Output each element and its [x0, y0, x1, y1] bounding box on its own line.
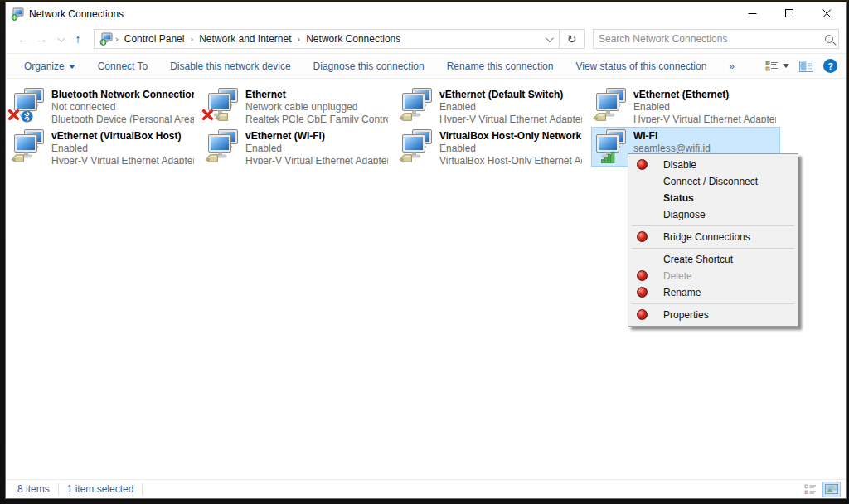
connection-name: Bluetooth Network Connection: [51, 89, 194, 101]
dual-monitor-icon: [401, 88, 433, 119]
chevron-down-icon: [783, 64, 789, 68]
connection-name: Wi-Fi: [633, 130, 711, 143]
preview-pane-button[interactable]: [799, 61, 813, 72]
large-icons-view-button[interactable]: [822, 482, 841, 497]
view-status-button[interactable]: View status of this connection: [575, 61, 706, 72]
menu-item-status[interactable]: Status: [629, 190, 797, 206]
connection-status: Enabled: [51, 143, 194, 155]
help-icon[interactable]: ?: [823, 59, 837, 73]
menu-item-rename[interactable]: Rename: [629, 284, 797, 301]
connect-to-button[interactable]: Connect To: [98, 61, 148, 72]
breadcrumb-root-icon: [99, 32, 113, 46]
connection-device: Realtek PCIe GbE Family Controller: [245, 114, 388, 123]
close-button[interactable]: [808, 2, 846, 25]
connection-tile-vethernet-virtualbox-host[interactable]: vEthernet (VirtualBox Host) Enabled Hype…: [9, 127, 198, 167]
dual-monitor-icon: [207, 129, 239, 161]
red-x-icon: [201, 109, 214, 121]
connection-status: Enabled: [245, 143, 388, 155]
menu-item-diagnose[interactable]: Diagnose: [629, 206, 797, 223]
connection-name: Ethernet: [245, 89, 388, 101]
up-arrow-icon[interactable]: ↑: [69, 30, 87, 48]
status-divider: [58, 483, 59, 495]
connection-status: Network cable unplugged: [245, 101, 388, 114]
connection-tile-vethernet-wifi[interactable]: vEthernet (Wi-Fi) Enabled Hyper-V Virtua…: [203, 127, 392, 167]
rename-connection-button[interactable]: Rename this connection: [447, 61, 554, 72]
menu-item-connect-disconnect[interactable]: Connect / Disconnect: [629, 173, 797, 190]
command-toolbar: Organize Connect To Disable this network…: [6, 54, 846, 79]
navigation-bar: ← → ↑ › Control Panel › Network and Inte…: [6, 25, 846, 54]
refresh-icon[interactable]: ↻: [559, 30, 584, 48]
change-view-button[interactable]: [765, 61, 789, 72]
ethernet-plug-icon: [399, 153, 413, 163]
chevron-down-icon: [69, 65, 75, 69]
connection-name: vEthernet (Wi-Fi): [245, 130, 388, 143]
admin-shield-icon: [637, 270, 648, 282]
ethernet-plug-icon: [593, 111, 607, 122]
ethernet-plug-icon: [11, 153, 25, 163]
menu-item-bridge-connections[interactable]: Bridge Connections: [629, 229, 797, 245]
connection-status: Not connected: [51, 101, 194, 114]
menu-item-create-shortcut[interactable]: Create Shortcut: [629, 251, 797, 268]
connection-name: vEthernet (VirtualBox Host): [51, 130, 194, 143]
network-connections-window: Network Connections ← → ↑ › Control Pane…: [5, 2, 847, 499]
bluetooth-icon: [21, 110, 33, 123]
dual-monitor-icon: [207, 88, 239, 119]
admin-shield-icon: [637, 287, 648, 298]
context-menu: Disable Connect / Disconnect Status Diag…: [628, 153, 798, 327]
selection-count: 1 item selected: [67, 483, 134, 495]
dual-monitor-icon: [595, 129, 627, 161]
details-view-button[interactable]: [801, 482, 819, 497]
ethernet-plug-icon: [215, 111, 229, 122]
connection-device: VirtualBox Host-Only Ethernet Ad...: [439, 155, 582, 164]
connection-tile-virtualbox-host-only[interactable]: VirtualBox Host-Only Network Enabled Vir…: [397, 127, 586, 167]
search-input[interactable]: [599, 33, 825, 45]
ethernet-plug-icon: [205, 153, 219, 163]
connection-tile-vethernet-ethernet[interactable]: vEthernet (Ethernet) Enabled Hyper-V Vir…: [591, 85, 780, 125]
menu-separator: [632, 225, 794, 226]
connection-device: Hyper-V Virtual Ethernet Adapter ...: [633, 114, 776, 123]
window-controls: [734, 2, 846, 25]
connection-device: Hyper-V Virtual Ethernet Adapter: [439, 114, 582, 123]
organize-button[interactable]: Organize: [24, 61, 75, 72]
connection-tile-vethernet-default-switch[interactable]: vEthernet (Default Switch) Enabled Hyper…: [397, 85, 586, 125]
forward-arrow-icon[interactable]: →: [32, 30, 51, 48]
connection-status: Enabled: [633, 101, 776, 114]
title-bar: Network Connections: [6, 2, 846, 25]
window-title: Network Connections: [29, 8, 124, 20]
address-dropdown-chevron-icon[interactable]: [537, 33, 559, 45]
maximize-button[interactable]: [771, 2, 808, 25]
more-commands-chevron[interactable]: »: [729, 61, 735, 72]
thumbnail-view-icon: [825, 484, 838, 494]
menu-item-properties[interactable]: Properties: [629, 307, 797, 323]
search-box[interactable]: [593, 29, 839, 49]
minimize-button[interactable]: [734, 2, 771, 25]
breadcrumb-separator: ›: [113, 34, 119, 44]
back-arrow-icon[interactable]: ←: [14, 30, 32, 48]
menu-item-disable[interactable]: Disable: [629, 157, 797, 173]
breadcrumb-network-connections[interactable]: Network Connections: [300, 33, 406, 45]
details-view-icon: [804, 484, 817, 495]
admin-shield-icon: [637, 309, 648, 321]
recent-locations-chevron-icon[interactable]: [51, 30, 69, 48]
item-count: 8 items: [17, 483, 50, 495]
connection-tile-ethernet[interactable]: Ethernet Network cable unplugged Realtek…: [203, 85, 392, 125]
breadcrumb-control-panel[interactable]: Control Panel: [119, 33, 191, 45]
connection-device: Bluetooth Device (Personal Area ...: [51, 114, 194, 123]
preview-pane-icon: [799, 61, 813, 72]
status-divider: [142, 483, 143, 495]
search-icon[interactable]: [825, 35, 833, 43]
admin-shield-icon: [637, 159, 648, 171]
network-connections-icon: [11, 7, 24, 21]
diagnose-connection-button[interactable]: Diagnose this connection: [313, 61, 424, 72]
dual-monitor-icon: [401, 129, 433, 161]
status-bar: 8 items 1 item selected: [6, 479, 846, 498]
view-options-icon: [765, 61, 779, 72]
connection-tile-bluetooth[interactable]: Bluetooth Network Connection Not connect…: [9, 85, 198, 125]
address-bar[interactable]: › Control Panel › Network and Internet ›…: [94, 29, 585, 49]
disable-device-button[interactable]: Disable this network device: [170, 61, 290, 72]
connection-name: vEthernet (Ethernet): [633, 89, 776, 101]
dual-monitor-icon: [595, 88, 627, 119]
dual-monitor-icon: [13, 88, 45, 119]
connection-name: VirtualBox Host-Only Network: [439, 130, 582, 143]
breadcrumb-network-and-internet[interactable]: Network and Internet: [193, 33, 297, 45]
